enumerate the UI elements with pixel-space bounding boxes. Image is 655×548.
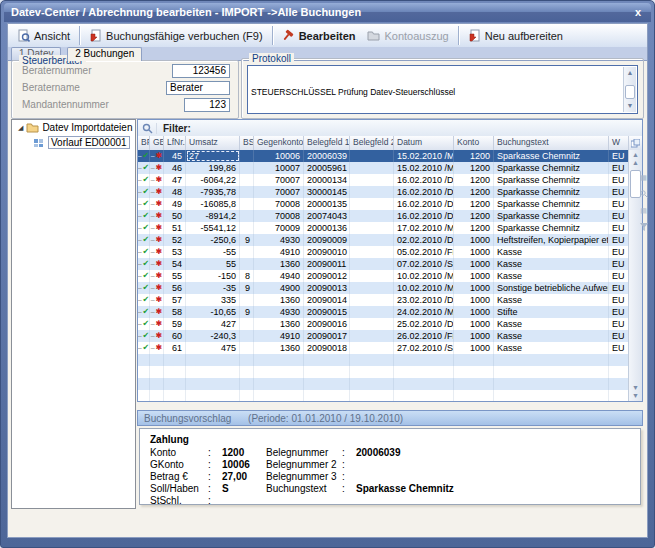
cell-bs[interactable]: 8 xyxy=(240,270,254,282)
cell-umsatz[interactable]: -10,65 xyxy=(186,306,240,318)
cell-bs[interactable] xyxy=(240,186,254,198)
cell-umsatz[interactable]: -16085,8 xyxy=(186,198,240,210)
cell-bs[interactable]: 9 xyxy=(240,234,254,246)
cell-buchungstext[interactable]: Kasse xyxy=(494,342,609,354)
cell-umsatz[interactable]: -8914,2 xyxy=(186,210,240,222)
col-header-gb[interactable]: GB xyxy=(150,136,164,150)
cell-gegenkonto[interactable]: 4900 xyxy=(254,282,304,294)
cell-konto[interactable]: 1000 xyxy=(454,258,494,270)
cell-buchungstext[interactable]: Kasse xyxy=(494,258,609,270)
cell-gegenkonto[interactable]: 1360 xyxy=(254,342,304,354)
cell-belegfeld2[interactable] xyxy=(350,282,394,294)
cell-gegenkonto[interactable]: 4910 xyxy=(254,330,304,342)
cell-belegfeld2[interactable] xyxy=(350,246,394,258)
table-row[interactable]: –✔–✱50-8914,2700082007404316.02.2010 /Di… xyxy=(138,210,629,222)
title-bar[interactable]: Datev-Center / Abrechnung bearbeiten - I… xyxy=(4,3,651,22)
list-tool-icon[interactable]: ▤ xyxy=(640,207,647,214)
cell-gegenkonto[interactable]: 1360 xyxy=(254,294,304,306)
cell-datum[interactable]: 02.02.2010 /Di xyxy=(394,234,454,246)
tree-item-vorlauf[interactable]: Vorlauf ED00001 xyxy=(12,135,135,150)
search-tool-icon[interactable] xyxy=(640,190,647,198)
cell-datum[interactable]: 27.02.2010 /Sa xyxy=(394,342,454,354)
cell-buchungstext[interactable]: Kasse xyxy=(494,330,609,342)
cell-belegfeld2[interactable] xyxy=(350,294,394,306)
table-row[interactable]: –✔–✱6147513602009001827.02.2010 /Sa1000K… xyxy=(138,342,629,354)
col-header-umsatz[interactable]: Umsatz xyxy=(186,136,240,150)
col-header-datum[interactable]: Datum xyxy=(394,136,454,150)
grid-tool-icon[interactable]: ▦ xyxy=(640,174,647,181)
cell-belegfeld2[interactable] xyxy=(350,234,394,246)
table-row[interactable]: –✔–✱56-35949002009001310.02.2010 /Mi1000… xyxy=(138,282,629,294)
cell-buchungstext[interactable]: Sparkasse Chemnitz xyxy=(494,186,609,198)
cell-konto[interactable]: 1200 xyxy=(454,150,494,162)
cell-datum[interactable]: 10.02.2010 /Mi xyxy=(394,282,454,294)
cell-belegfeld2[interactable] xyxy=(350,174,394,186)
cell-belegfeld1[interactable]: 20006039 xyxy=(304,150,350,162)
scroll-down-icon[interactable]: ▼ xyxy=(632,384,639,391)
cell-lfnr[interactable]: 48 xyxy=(164,186,186,198)
cell-datum[interactable]: 25.02.2010 /Do xyxy=(394,318,454,330)
cell-gegenkonto[interactable]: 70008 xyxy=(254,198,304,210)
cell-datum[interactable]: 10.02.2010 /Mi xyxy=(394,270,454,282)
cell-w[interactable]: EU xyxy=(609,150,629,162)
mandantennummer-field[interactable]: 123 xyxy=(184,98,230,112)
cell-datum[interactable]: 07.02.2010 /So xyxy=(394,258,454,270)
col-header-belegfeld1[interactable]: Belegfeld 1 xyxy=(304,136,350,150)
scroll-thumb[interactable] xyxy=(625,85,635,99)
cell-belegfeld2[interactable] xyxy=(350,198,394,210)
cell-w[interactable]: EU xyxy=(609,318,629,330)
cell-umsatz[interactable]: -250,6 xyxy=(186,234,240,246)
verbuchen-button[interactable]: Buchungsfähige verbuchen (F9) xyxy=(83,27,269,44)
cell-belegfeld2[interactable] xyxy=(350,222,394,234)
cell-lfnr[interactable]: 56 xyxy=(164,282,186,294)
cell-belegfeld1[interactable]: 20000135 xyxy=(304,198,350,210)
cell-lfnr[interactable]: 45 xyxy=(164,150,186,162)
cell-w[interactable]: EU xyxy=(609,258,629,270)
cell-bs[interactable]: 9 xyxy=(240,306,254,318)
cell-buchungstext[interactable]: Sparkasse Chemnitz xyxy=(494,198,609,210)
cell-bs[interactable] xyxy=(240,318,254,330)
col-header-buchungstext[interactable]: Buchungstext xyxy=(494,136,609,150)
cell-buchungstext[interactable]: Sparkasse Chemnitz xyxy=(494,174,609,186)
cell-lfnr[interactable]: 52 xyxy=(164,234,186,246)
table-row[interactable]: –✔–✱46199,86100072000596115.02.2010 /Mo1… xyxy=(138,162,629,174)
cell-belegfeld1[interactable]: 20090015 xyxy=(304,306,350,318)
cell-w[interactable]: EU xyxy=(609,306,629,318)
cell-belegfeld1[interactable]: 20090011 xyxy=(304,258,350,270)
table-row[interactable]: –✔–✱49-16085,8700082000013516.02.2010 /D… xyxy=(138,198,629,210)
cell-konto[interactable]: 1000 xyxy=(454,234,494,246)
column-chooser-icon[interactable] xyxy=(629,136,642,151)
cell-konto[interactable]: 1000 xyxy=(454,306,494,318)
col-header-belegfeld2[interactable]: Belegfeld 2 xyxy=(350,136,394,150)
cell-belegfeld1[interactable]: 20000136 xyxy=(304,222,350,234)
cell-konto[interactable]: 1000 xyxy=(454,246,494,258)
cell-gegenkonto[interactable]: 70007 xyxy=(254,186,304,198)
expander-icon[interactable]: ◢ xyxy=(18,124,23,131)
beratername-field[interactable]: Berater xyxy=(166,81,230,95)
cell-lfnr[interactable]: 47 xyxy=(164,174,186,186)
cell-lfnr[interactable]: 50 xyxy=(164,210,186,222)
cell-bs[interactable] xyxy=(240,198,254,210)
cell-umsatz[interactable]: -5541,12 xyxy=(186,222,240,234)
cell-buchungstext[interactable]: Sparkasse Chemnitz xyxy=(494,150,609,162)
cell-umsatz[interactable]: 475 xyxy=(186,342,240,354)
cell-w[interactable]: EU xyxy=(609,210,629,222)
cell-gegenkonto[interactable]: 4910 xyxy=(254,246,304,258)
col-header-lfnr[interactable]: LfNr.▴ xyxy=(164,136,186,150)
cell-bs[interactable] xyxy=(240,222,254,234)
cell-belegfeld1[interactable]: 30000145 xyxy=(304,186,350,198)
cell-lfnr[interactable]: 49 xyxy=(164,198,186,210)
table-row[interactable]: –✔–✱55-150849402009001210.02.2010 /Mi100… xyxy=(138,270,629,282)
cell-bs[interactable] xyxy=(240,342,254,354)
cell-w[interactable]: EU xyxy=(609,246,629,258)
cell-w[interactable]: EU xyxy=(609,282,629,294)
cell-belegfeld1[interactable]: 20000134 xyxy=(304,174,350,186)
cell-bs[interactable] xyxy=(240,174,254,186)
cell-umsatz[interactable]: 199,86 xyxy=(186,162,240,174)
cell-w[interactable]: EU xyxy=(609,186,629,198)
cell-datum[interactable]: 23.02.2010 /Di xyxy=(394,294,454,306)
neu-aufbereiten-button[interactable]: Neu aufbereiten xyxy=(462,27,569,44)
cell-datum[interactable]: 05.02.2010 /Fr xyxy=(394,246,454,258)
cell-umsatz[interactable]: -55 xyxy=(186,246,240,258)
col-header-konto[interactable]: Konto xyxy=(454,136,494,150)
